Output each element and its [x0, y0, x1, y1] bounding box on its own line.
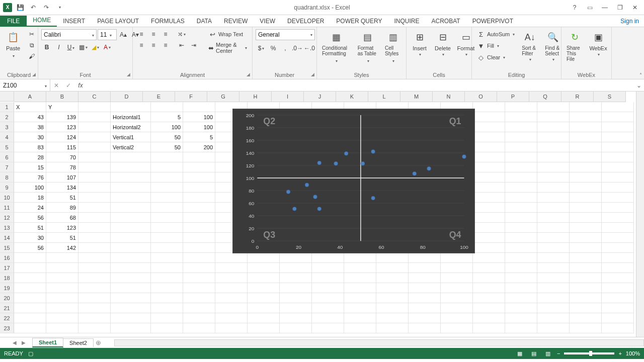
cell[interactable]: [376, 313, 409, 323]
cell[interactable]: [537, 243, 570, 253]
cell[interactable]: [537, 313, 570, 323]
cell[interactable]: [409, 263, 441, 273]
cell[interactable]: [183, 102, 215, 112]
cell[interactable]: [473, 142, 505, 152]
col-header[interactable]: Q: [529, 92, 561, 102]
cell[interactable]: [46, 253, 78, 263]
cell[interactable]: [473, 253, 505, 263]
cell[interactable]: [570, 172, 602, 183]
percent-format-icon[interactable]: %: [268, 43, 279, 53]
cell[interactable]: [14, 273, 46, 283]
cell[interactable]: 123: [46, 122, 78, 132]
tab-developer[interactable]: DEVELOPER: [281, 16, 330, 27]
align-center-icon[interactable]: ≡: [148, 40, 159, 50]
cell[interactable]: [505, 122, 537, 132]
comma-format-icon[interactable]: ,: [280, 43, 291, 53]
fx-icon[interactable]: fx: [74, 82, 87, 89]
cell[interactable]: [570, 313, 602, 323]
cell[interactable]: [312, 313, 344, 323]
cell[interactable]: [111, 193, 151, 203]
cell[interactable]: [602, 193, 634, 203]
cell[interactable]: [78, 253, 111, 263]
cell[interactable]: [78, 172, 111, 183]
cell[interactable]: [111, 183, 151, 193]
cell[interactable]: [183, 172, 215, 183]
normal-view-icon[interactable]: ▦: [515, 349, 525, 357]
cell[interactable]: 76: [14, 172, 46, 183]
cell[interactable]: [473, 152, 505, 162]
cell[interactable]: [183, 223, 215, 233]
cell[interactable]: [248, 253, 280, 263]
cell[interactable]: 5: [183, 132, 215, 142]
file-tab[interactable]: FILE: [0, 16, 27, 27]
cell[interactable]: X: [14, 102, 46, 112]
cell[interactable]: [111, 172, 151, 183]
cell[interactable]: [473, 213, 505, 223]
cell[interactable]: [312, 323, 344, 333]
italic-button[interactable]: I: [53, 42, 64, 52]
fill-color-icon[interactable]: ◢: [90, 42, 101, 52]
row-header[interactable]: 10: [0, 193, 14, 203]
cell[interactable]: [215, 263, 248, 273]
cell[interactable]: [46, 283, 78, 293]
sort-filter-button[interactable]: A↓Sort & Filter: [520, 29, 540, 63]
cell[interactable]: 30: [14, 132, 46, 142]
cell[interactable]: [376, 283, 409, 293]
cell[interactable]: [505, 243, 537, 253]
cell[interactable]: 123: [46, 223, 78, 233]
cell[interactable]: [78, 213, 111, 223]
cell[interactable]: [505, 293, 537, 303]
sheet-nav-next-icon[interactable]: ▶: [19, 340, 28, 345]
cell[interactable]: [312, 293, 344, 303]
col-header[interactable]: A: [14, 92, 46, 102]
cell[interactable]: 51: [46, 233, 78, 243]
cell[interactable]: [151, 323, 183, 333]
insert-cells-button[interactable]: ⊞Insert: [410, 29, 430, 58]
cell[interactable]: [570, 293, 602, 303]
cell[interactable]: [280, 263, 312, 273]
row-header[interactable]: 2: [0, 112, 14, 122]
cell[interactable]: [409, 293, 441, 303]
cell[interactable]: [248, 283, 280, 293]
cell[interactable]: [215, 283, 248, 293]
cell[interactable]: 100: [183, 122, 215, 132]
cell[interactable]: [111, 102, 151, 112]
col-header[interactable]: K: [336, 92, 368, 102]
cell[interactable]: [570, 162, 602, 172]
cell[interactable]: 50: [151, 142, 183, 152]
col-header[interactable]: H: [239, 92, 272, 102]
cell[interactable]: [473, 122, 505, 132]
share-file-button[interactable]: ↻Share This File: [565, 29, 585, 63]
cell[interactable]: [215, 323, 248, 333]
row-header[interactable]: 8: [0, 172, 14, 183]
cell[interactable]: [570, 323, 602, 333]
cell[interactable]: [473, 193, 505, 203]
cell[interactable]: [537, 233, 570, 243]
cell[interactable]: 100: [183, 112, 215, 122]
cell[interactable]: [183, 253, 215, 263]
cell[interactable]: [602, 313, 634, 323]
zoom-in-icon[interactable]: +: [618, 350, 621, 356]
decrease-indent-icon[interactable]: ⇤: [176, 40, 187, 50]
cell[interactable]: [248, 323, 280, 333]
cell[interactable]: [537, 223, 570, 233]
webex-button[interactable]: ▣WebEx: [588, 29, 608, 58]
zoom-slider[interactable]: [564, 352, 614, 354]
cell[interactable]: [473, 313, 505, 323]
cell[interactable]: [78, 132, 111, 142]
cell[interactable]: [602, 283, 634, 293]
cell[interactable]: [602, 102, 634, 112]
alignment-launcher-icon[interactable]: ◢: [245, 72, 251, 78]
cell[interactable]: [473, 132, 505, 142]
cell[interactable]: 68: [46, 213, 78, 223]
cell[interactable]: [537, 253, 570, 263]
align-left-icon[interactable]: ≡: [136, 40, 147, 50]
cell[interactable]: [570, 303, 602, 313]
cell[interactable]: [78, 313, 111, 323]
cell[interactable]: [344, 283, 376, 293]
cell[interactable]: [111, 323, 151, 333]
cell[interactable]: [215, 313, 248, 323]
cell[interactable]: [183, 233, 215, 243]
col-header[interactable]: C: [78, 92, 111, 102]
cell[interactable]: [151, 313, 183, 323]
